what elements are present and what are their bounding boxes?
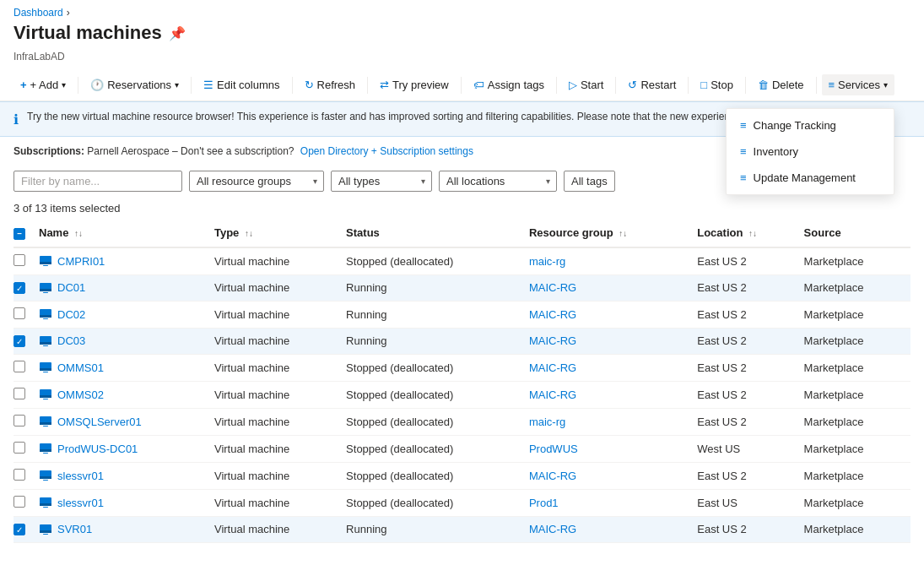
row-checkbox[interactable]: ✓ xyxy=(14,524,25,535)
row-checkbox[interactable] xyxy=(14,415,25,426)
info-icon: ℹ xyxy=(14,111,19,128)
svg-rect-31 xyxy=(43,534,48,535)
page-title: Virtual machines xyxy=(14,22,162,44)
vm-name-link[interactable]: OMMS01 xyxy=(57,361,104,374)
vm-icon xyxy=(39,254,52,268)
table-row: CMPRI01Virtual machineStopped (deallocat… xyxy=(14,247,910,275)
row-checkbox[interactable] xyxy=(14,442,25,454)
row-name: slessvr01 xyxy=(39,489,214,516)
column-header-resource-group: Resource group ↑↓ xyxy=(529,220,697,247)
vm-name-link[interactable]: OMMS02 xyxy=(57,388,104,401)
resource-group-link[interactable]: MAIC-RG xyxy=(529,388,576,401)
add-button[interactable]: + + Add ▾ xyxy=(14,74,73,95)
edit-columns-icon: ☰ xyxy=(203,79,213,91)
vm-name-link[interactable]: CMPRI01 xyxy=(57,255,105,268)
vm-name-link[interactable]: ProdWUS-DC01 xyxy=(57,443,138,455)
resource-group-link[interactable]: maic-rg xyxy=(529,416,565,428)
vm-name-link[interactable]: DC03 xyxy=(57,334,85,347)
services-menu-item-inventory[interactable]: ≡ Inventory xyxy=(727,139,894,165)
services-wrapper: ≡ Services ▾ ≡ Change Tracking ≡ Invento… xyxy=(822,74,894,95)
vm-name-link[interactable]: OMSQLServer01 xyxy=(57,416,142,428)
services-menu-item-update-management[interactable]: ≡ Update Management xyxy=(727,165,894,191)
dashboard-link[interactable]: Dashboard xyxy=(14,7,63,19)
resource-group-link[interactable]: maic-rg xyxy=(529,255,565,268)
restart-button[interactable]: ↺ Restart xyxy=(621,74,683,95)
start-label: Start xyxy=(581,79,603,91)
row-status: Stopped (deallocated) xyxy=(346,354,529,381)
svg-rect-28 xyxy=(43,507,48,508)
row-checkbox[interactable]: ✓ xyxy=(14,282,25,294)
row-name: DC02 xyxy=(39,301,214,328)
name-sort-icon[interactable]: ↑↓ xyxy=(74,229,83,238)
page-subtitle: InfraLabAD xyxy=(0,51,924,69)
resource-group-link[interactable]: MAIC-RG xyxy=(529,334,576,347)
row-type: Virtual machine xyxy=(214,489,346,516)
toolbar-divider-5 xyxy=(461,77,462,94)
resource-groups-select[interactable]: All resource groups xyxy=(189,171,324,192)
open-directory-link[interactable]: Open Directory + Subscription settings xyxy=(300,145,473,157)
name-filter-input[interactable] xyxy=(14,171,182,192)
select-all-checkbox[interactable]: – xyxy=(14,228,25,240)
vm-name-link[interactable]: SVR01 xyxy=(57,523,92,535)
update-management-label: Update Management xyxy=(754,171,856,184)
type-sort-icon[interactable]: ↑↓ xyxy=(245,229,253,238)
vm-name-link[interactable]: slessvr01 xyxy=(57,497,104,509)
row-checkbox[interactable]: ✓ xyxy=(14,335,25,347)
row-checkbox[interactable] xyxy=(14,388,25,399)
resource-group-link[interactable]: ProdWUS xyxy=(529,443,578,455)
row-location: West US xyxy=(697,435,803,462)
start-button[interactable]: ▷ Start xyxy=(562,74,610,95)
row-checkbox[interactable] xyxy=(14,307,25,319)
svg-rect-1 xyxy=(43,265,48,266)
services-button[interactable]: ≡ Services ▾ xyxy=(822,74,894,95)
row-checkbox[interactable] xyxy=(14,361,25,372)
stop-button[interactable]: □ Stop xyxy=(694,74,740,95)
inventory-icon: ≡ xyxy=(740,145,747,158)
pin-icon[interactable]: 📌 xyxy=(169,25,186,41)
toolbar-divider-7 xyxy=(615,77,616,94)
row-status: Stopped (deallocated) xyxy=(346,247,529,275)
vm-name-link[interactable]: DC01 xyxy=(57,281,85,294)
refresh-button[interactable]: ↻ Refresh xyxy=(298,74,363,95)
resource-group-link[interactable]: MAIC-RG xyxy=(529,470,576,482)
locations-select[interactable]: All locations xyxy=(439,171,557,192)
row-type: Virtual machine xyxy=(214,381,346,408)
row-checkbox[interactable] xyxy=(14,496,25,508)
location-sort-icon[interactable]: ↑↓ xyxy=(748,229,757,238)
resource-group-link[interactable]: Prod1 xyxy=(529,497,559,509)
row-checkbox[interactable] xyxy=(14,469,25,481)
column-header-location: Location ↑↓ xyxy=(697,220,803,247)
reservations-button[interactable]: 🕐 Reservations ▾ xyxy=(84,74,186,95)
table-row: ✓ SVR01Virtual machineRunningMAIC-RGEast… xyxy=(14,516,910,542)
assign-tags-button[interactable]: 🏷 Assign tags xyxy=(467,74,551,95)
row-resource-group: MAIC-RG xyxy=(529,462,697,489)
resource-group-link[interactable]: MAIC-RG xyxy=(529,523,576,535)
services-dropdown-menu: ≡ Change Tracking ≡ Inventory ≡ Update M… xyxy=(726,108,894,195)
row-type: Virtual machine xyxy=(214,301,346,328)
resource-group-link[interactable]: MAIC-RG xyxy=(529,308,576,321)
vm-table: – Name ↑↓ Type ↑↓ Status Resource group … xyxy=(14,220,910,543)
all-tags-button[interactable]: All tags xyxy=(564,171,615,192)
resource-group-link[interactable]: MAIC-RG xyxy=(529,361,576,374)
svg-rect-11 xyxy=(40,342,51,345)
resource-group-link[interactable]: MAIC-RG xyxy=(529,281,576,294)
services-menu-item-change-tracking[interactable]: ≡ Change Tracking xyxy=(727,112,894,139)
row-checkbox-cell xyxy=(14,462,39,489)
table-row: OMMS02Virtual machineStopped (deallocate… xyxy=(14,381,910,408)
vm-name-link[interactable]: slessvr01 xyxy=(57,470,104,482)
row-source: Marketplace xyxy=(804,247,910,275)
name-column-label: Name xyxy=(39,226,68,239)
delete-button[interactable]: 🗑 Delete xyxy=(751,74,811,95)
types-select[interactable]: All types xyxy=(331,171,432,192)
row-type: Virtual machine xyxy=(214,354,346,381)
change-tracking-label: Change Tracking xyxy=(754,119,836,132)
row-checkbox-cell xyxy=(14,247,39,275)
vm-name-link[interactable]: DC02 xyxy=(57,308,85,321)
subscriptions-suffix-text: – Don't see a subscription? xyxy=(172,145,294,157)
vm-icon xyxy=(39,388,52,401)
resource-group-sort-icon[interactable]: ↑↓ xyxy=(619,229,627,238)
try-preview-button[interactable]: ⇄ Try preview xyxy=(373,74,456,95)
row-checkbox[interactable] xyxy=(14,254,25,266)
edit-columns-button[interactable]: ☰ Edit columns xyxy=(197,74,286,95)
row-name: DC01 xyxy=(39,274,214,301)
